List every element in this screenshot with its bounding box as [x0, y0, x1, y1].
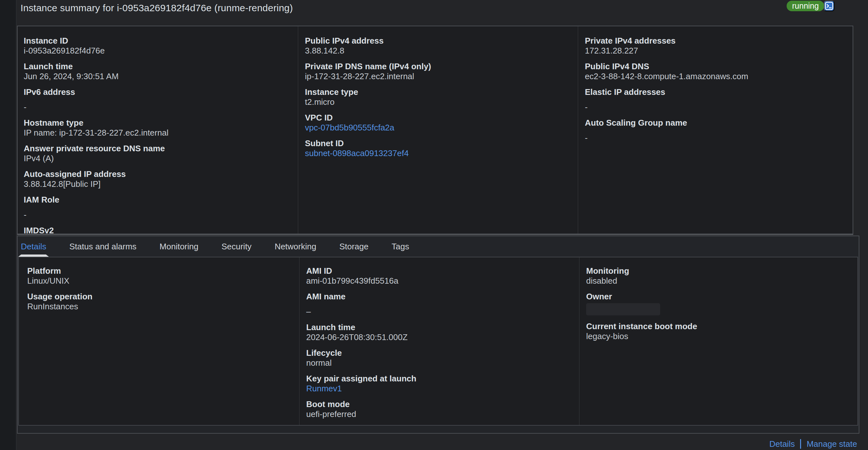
field-value: Linux/UNIX [27, 276, 291, 286]
details-tab-panel: Platform Linux/UNIX Usage operation RunI… [18, 257, 858, 426]
field-value: legacy-bios [586, 331, 850, 341]
tab-monitoring[interactable]: Monitoring [159, 236, 198, 257]
field-auto-scaling-group-name: Auto Scaling Group name - [585, 118, 845, 143]
field-imdsv2: IMDSv2 Required [24, 226, 290, 234]
field-subnet-id: Subnet ID subnet-0898aca0913237ef4 [305, 139, 570, 158]
field-label: Public IPv4 address [305, 36, 570, 46]
field-value: 172.31.28.227 [585, 46, 845, 55]
field-label: Private IP DNS name (IPv4 only) [305, 62, 570, 71]
field-label: IMDSv2 [24, 226, 290, 234]
instance-summary-panel: Instance ID i-0953a269182f4d76e Launch t… [17, 26, 853, 235]
field-instance-type: Instance type t2.micro [305, 87, 570, 107]
field-value-link[interactable]: vpc-07bd5b90555fcfa2a [305, 123, 570, 132]
field-private-ip-dns-name-ipv4-only: Private IP DNS name (IPv4 only) ip-172-3… [305, 62, 570, 81]
field-value-link[interactable]: Runmev1 [306, 384, 571, 393]
field-lifecycle: Lifecycle normal [306, 348, 571, 368]
field-current-instance-boot-mode: Current instance boot mode legacy-bios [586, 322, 850, 341]
tabs-strip: DetailsStatus and alarmsMonitoringSecuri… [18, 236, 859, 257]
field-label: Boot mode [306, 399, 571, 409]
field-value: - [24, 102, 290, 112]
field-iam-role: IAM Role - [24, 195, 290, 219]
connect-console-button[interactable] [824, 1, 834, 11]
field-usage-operation: Usage operation RunInstances [27, 292, 291, 311]
field-label: Auto Scaling Group name [585, 118, 845, 127]
field-hostname-type: Hostname type IP name: ip-172-31-28-227.… [24, 118, 290, 138]
field-label: Monitoring [586, 266, 850, 276]
details-column-3: Monitoring disabled Owner Current instan… [579, 258, 858, 425]
field-value: i-0953a269182f4d76e [24, 46, 290, 55]
page-left-gutter [0, 0, 16, 450]
field-value: – [306, 307, 571, 316]
field-value: - [585, 102, 845, 112]
field-value: normal [306, 358, 571, 368]
field-value: ami-01b799c439fd5516a [306, 276, 571, 286]
summary-column-1: Instance ID i-0953a269182f4d76e Launch t… [18, 26, 298, 234]
field-label: Answer private resource DNS name [24, 144, 290, 153]
field-boot-mode: Boot mode uefi-preferred [306, 399, 571, 419]
field-label: Owner [586, 292, 850, 301]
tab-status-and-alarms[interactable]: Status and alarms [69, 236, 136, 257]
field-value: 3.88.142.8[Public IP] [24, 179, 290, 189]
field-private-ipv4-addresses: Private IPv4 addresses 172.31.28.227 [585, 36, 845, 55]
field-value: - [24, 210, 290, 219]
field-label: Lifecycle [306, 348, 571, 358]
field-launch-time: Launch time Jun 26, 2024, 9:30:51 AM [24, 62, 290, 81]
field-public-ipv4-dns: Public IPv4 DNS ec2-3-88-142-8.compute-1… [585, 62, 845, 81]
field-answer-private-resource-dns-name: Answer private resource DNS name IPv4 (A… [24, 144, 290, 163]
field-ami-id: AMI ID ami-01b799c439fd5516a [306, 266, 571, 286]
summary-column-3: Private IPv4 addresses 172.31.28.227 Pub… [578, 26, 852, 234]
page-title: Instance summary for i-0953a269182f4d76e… [21, 3, 855, 13]
field-label: Instance ID [24, 36, 290, 46]
tab-security[interactable]: Security [221, 236, 251, 257]
split-panel-footer: Details Manage state [769, 438, 857, 450]
field-label: AMI ID [306, 266, 571, 276]
details-grid: Platform Linux/UNIX Usage operation RunI… [19, 258, 858, 425]
field-label: Current instance boot mode [586, 322, 850, 331]
field-label: Launch time [24, 62, 290, 71]
field-value: t2.micro [305, 97, 570, 107]
field-value-link[interactable]: subnet-0898aca0913237ef4 [305, 148, 570, 158]
instance-summary-header: Instance summary for i-0953a269182f4d76e… [21, 3, 855, 23]
terminal-icon [824, 1, 834, 11]
instance-tabs-container: DetailsStatus and alarmsMonitoringSecuri… [17, 236, 859, 434]
summary-grid: Instance ID i-0953a269182f4d76e Launch t… [18, 26, 852, 234]
field-label: Subnet ID [305, 139, 570, 148]
field-label: Private IPv4 addresses [585, 36, 845, 46]
field-label: Instance type [305, 87, 570, 97]
tab-details[interactable]: Details [21, 236, 46, 257]
field-ami-name: AMI name – [306, 292, 571, 316]
field-instance-id: Instance ID i-0953a269182f4d76e [24, 36, 290, 55]
summary-column-2: Public IPv4 address 3.88.142.8 Private I… [298, 26, 578, 234]
footer-divider [800, 439, 801, 449]
tab-networking[interactable]: Networking [275, 236, 316, 257]
field-launch-time: Launch time 2024-06-26T08:30:51.000Z [306, 323, 571, 342]
field-label: Public IPv4 DNS [585, 62, 845, 71]
field-value: ec2-3-88-142-8.compute-1.amazonaws.com [585, 71, 845, 81]
field-label: Launch time [306, 323, 571, 332]
field-label: Auto-assigned IP address [24, 169, 290, 179]
field-auto-assigned-ip-address: Auto-assigned IP address 3.88.142.8[Publ… [24, 169, 290, 189]
field-owner: Owner [586, 292, 850, 316]
field-public-ipv4-address: Public IPv4 address 3.88.142.8 [305, 36, 570, 55]
field-monitoring: Monitoring disabled [586, 266, 850, 286]
field-value: 2024-06-26T08:30:51.000Z [306, 332, 571, 342]
tab-storage[interactable]: Storage [339, 236, 368, 257]
field-label: Elastic IP addresses [585, 87, 845, 97]
field-value: Jun 26, 2024, 9:30:51 AM [24, 71, 290, 81]
field-label: VPC ID [305, 113, 570, 122]
field-value: - [585, 133, 845, 143]
field-value: IP name: ip-172-31-28-227.ec2.internal [24, 128, 290, 138]
field-label: IAM Role [24, 195, 290, 205]
field-platform: Platform Linux/UNIX [27, 266, 291, 286]
tab-tags[interactable]: Tags [392, 236, 409, 257]
field-value: ip-172-31-28-227.ec2.internal [305, 71, 570, 81]
field-elastic-ip-addresses: Elastic IP addresses - [585, 87, 845, 112]
field-value: disabled [586, 276, 850, 286]
field-value: IPv4 (A) [24, 153, 290, 163]
field-key-pair-assigned-at-launch: Key pair assigned at launch Runmev1 [306, 374, 571, 393]
field-vpc-id: VPC ID vpc-07bd5b90555fcfa2a [305, 113, 570, 132]
field-value: RunInstances [27, 302, 291, 311]
footer-link-manage-state[interactable]: Manage state [806, 439, 857, 449]
footer-link-details[interactable]: Details [769, 439, 795, 449]
field-value: 3.88.142.8 [305, 46, 570, 55]
